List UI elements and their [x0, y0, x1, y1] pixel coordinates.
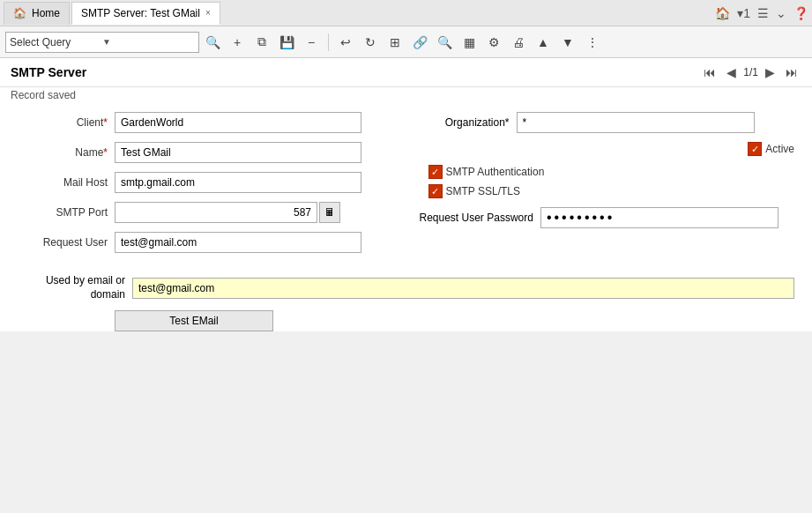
title-bar: 🏠 Home SMTP Server: Test GMail × 🏠 ▾1 ☰ …	[0, 0, 812, 26]
toolbar: Select Query ▼ 🔍 + ⧉ 💾 − ↩ ↻ ⊞ 🔗 🔍 ▦ ⚙ 🖨…	[0, 26, 812, 58]
record-status: Record saved	[0, 87, 812, 103]
smtp-auth-checkbox[interactable]: ✓	[428, 165, 443, 179]
request-user-row: Request User	[18, 232, 393, 253]
up-button[interactable]: ▲	[532, 31, 555, 54]
organization-row: Organization*	[420, 112, 795, 133]
active-label: Active	[765, 143, 794, 155]
smtp-port-label: SMTP Port	[18, 206, 115, 219]
calc-icon[interactable]: 🖩	[319, 202, 340, 223]
window-hamburger-icon[interactable]: ☰	[757, 6, 769, 20]
organization-input[interactable]	[517, 112, 755, 133]
test-btn-row: Test EMail	[18, 310, 812, 331]
client-label: Client*	[18, 116, 115, 129]
tab-smtp-server[interactable]: SMTP Server: Test GMail ×	[71, 2, 220, 25]
smtp-auth-label: SMTP Authentication	[446, 166, 545, 178]
request-user-input[interactable]	[115, 232, 361, 253]
smtp-port-input[interactable]	[115, 202, 317, 223]
mail-host-row: Mail Host	[18, 172, 393, 193]
name-row: Name*	[18, 142, 393, 163]
home-icon: 🏠	[13, 7, 26, 19]
request-user-label: Request User	[18, 236, 115, 249]
report-button[interactable]: ▦	[458, 31, 480, 54]
name-label: Name*	[18, 146, 115, 159]
print-button[interactable]: 🖨	[507, 31, 530, 54]
nav-prev-button[interactable]: ◀	[723, 63, 740, 81]
nav-first-button[interactable]: ⏮	[700, 63, 719, 81]
window-menu-icon[interactable]: ▾1	[737, 6, 750, 20]
used-by-label: Used by email or domain	[18, 274, 132, 301]
used-by-row: Used by email or domain	[18, 274, 794, 301]
record-nav: ⏮ ◀ 1/1 ▶ ⏭	[700, 63, 801, 81]
window-home-icon[interactable]: 🏠	[715, 6, 730, 20]
mail-host-label: Mail Host	[18, 176, 115, 189]
nav-page-info: 1/1	[743, 66, 758, 78]
select-query-dropdown[interactable]: Select Query ▼	[5, 32, 199, 53]
form-area: Client* Name* Mail Host SMTP Port 🖩	[0, 103, 812, 271]
req-user-pw-input[interactable]	[540, 207, 778, 228]
req-user-pw-label: Request User Password	[420, 212, 540, 224]
window-help-icon[interactable]: ❓	[793, 6, 808, 20]
refresh-button[interactable]: ↻	[359, 31, 382, 54]
window-expand-icon[interactable]: ⌄	[776, 6, 786, 20]
add-button[interactable]: +	[226, 31, 249, 54]
content-area: SMTP Server ⏮ ◀ 1/1 ▶ ⏭ Record saved Cli…	[0, 58, 812, 331]
name-input[interactable]	[115, 142, 361, 163]
smtp-ssl-label: SMTP SSL/TLS	[446, 185, 520, 197]
smtp-auth-row: ✓ SMTP Authentication	[420, 165, 795, 179]
mail-host-input[interactable]	[115, 172, 361, 193]
window-controls: 🏠 ▾1 ☰ ⌄ ❓	[715, 6, 808, 20]
delete-button[interactable]: −	[300, 31, 323, 54]
undo-button[interactable]: ↩	[334, 31, 357, 54]
form-right: Organization* ✓ Active ✓ SMTP Authentica…	[420, 112, 795, 262]
more-button[interactable]: ⋮	[581, 31, 604, 54]
test-email-button[interactable]: Test EMail	[115, 310, 273, 331]
tab-close-icon[interactable]: ×	[205, 8, 211, 18]
save-button[interactable]: 💾	[275, 31, 298, 54]
active-row: ✓ Active	[420, 142, 795, 156]
form-left: Client* Name* Mail Host SMTP Port 🖩	[18, 112, 393, 262]
smtp-ssl-checkbox[interactable]: ✓	[428, 184, 443, 198]
zoom-button[interactable]: 🔍	[433, 31, 456, 54]
record-header: SMTP Server ⏮ ◀ 1/1 ▶ ⏭	[0, 58, 812, 87]
smtp-ssl-row: ✓ SMTP SSL/TLS	[420, 184, 795, 198]
down-button[interactable]: ▼	[556, 31, 579, 54]
tab-home-label: Home	[32, 7, 60, 19]
select-query-label: Select Query	[10, 36, 102, 48]
organization-label: Organization*	[420, 116, 517, 129]
attach-button[interactable]: 🔗	[408, 31, 431, 54]
dropdown-arrow-icon: ▼	[102, 37, 195, 47]
separator-1	[328, 33, 329, 51]
req-user-password-row: Request User Password	[420, 207, 795, 228]
used-by-input[interactable]	[132, 278, 794, 299]
client-row: Client*	[18, 112, 393, 133]
nav-next-button[interactable]: ▶	[762, 63, 778, 81]
settings-button[interactable]: ⚙	[482, 31, 505, 54]
active-checkbox[interactable]: ✓	[748, 142, 762, 156]
tab-active-label: SMTP Server: Test GMail	[81, 7, 200, 19]
port-row: 🖩	[115, 202, 340, 223]
record-title: SMTP Server	[11, 65, 86, 79]
client-input[interactable]	[115, 112, 361, 133]
copy-button[interactable]: ⧉	[250, 31, 273, 54]
search-button[interactable]: 🔍	[201, 31, 224, 54]
smtp-port-row: SMTP Port 🖩	[18, 202, 393, 223]
nav-last-button[interactable]: ⏭	[782, 63, 801, 81]
tab-home[interactable]: 🏠 Home	[4, 2, 70, 25]
grid-button[interactable]: ⊞	[384, 31, 406, 54]
